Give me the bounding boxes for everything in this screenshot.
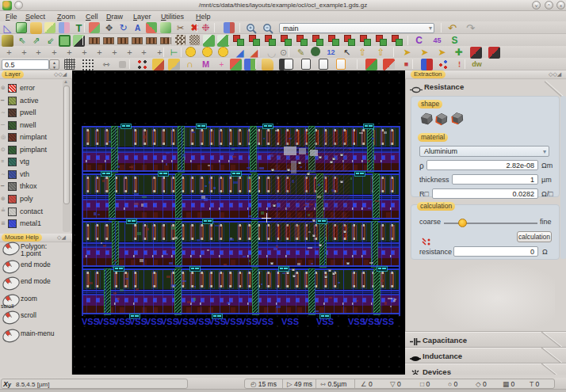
svg-text:VSS: VSS	[377, 317, 394, 326]
svg-text:VSS: VSS	[281, 317, 299, 326]
svg-text:VSS: VSS	[145, 317, 163, 326]
svg-text:VSS: VSS	[177, 317, 194, 326]
svg-text:VSS: VSS	[224, 317, 242, 326]
svg-text:VSS: VSS	[129, 317, 147, 326]
svg-text:VSS: VSS	[193, 317, 210, 326]
svg-text:VSS: VSS	[113, 317, 131, 326]
svg-text:VSS: VSS	[316, 317, 334, 326]
svg-text:VSS: VSS	[82, 317, 99, 326]
svg-text:VSS: VSS	[240, 317, 258, 326]
svg-text:VSS: VSS	[256, 317, 273, 326]
svg-text:VSS: VSS	[161, 317, 178, 326]
svg-text:VSS: VSS	[98, 317, 115, 326]
svg-text:VSS: VSS	[208, 317, 226, 326]
